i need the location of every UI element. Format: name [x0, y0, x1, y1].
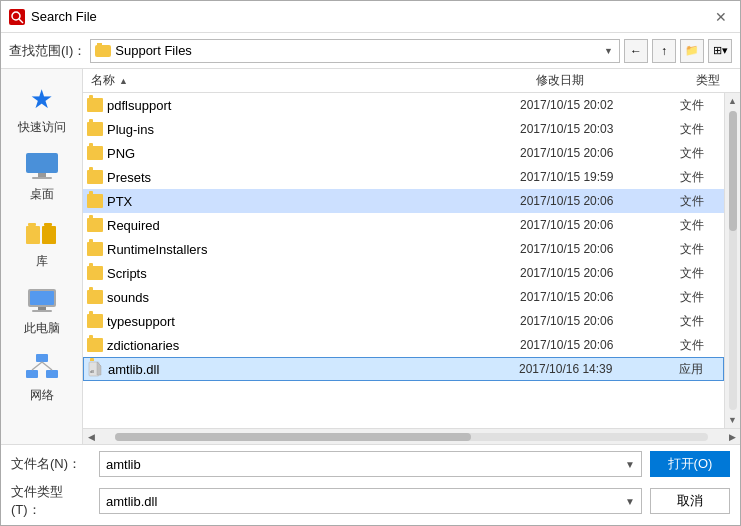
- sidebar-item-desktop[interactable]: 桌面: [7, 144, 77, 207]
- header-type[interactable]: 类型: [696, 72, 736, 89]
- cancel-button[interactable]: 取消: [650, 488, 730, 514]
- scroll-right-button[interactable]: ▶: [724, 429, 740, 445]
- scroll-up-button[interactable]: ▲: [725, 93, 741, 109]
- file-type: 文件: [680, 289, 720, 306]
- file-date: 2017/10/15 20:06: [520, 194, 680, 208]
- view-button[interactable]: ⊞▾: [708, 39, 732, 63]
- path-combo[interactable]: Support Files ▼: [90, 39, 620, 63]
- table-row[interactable]: typesupport2017/10/15 20:06文件: [83, 309, 724, 333]
- h-scroll-track: [115, 433, 708, 441]
- table-row[interactable]: RuntimeInstallers2017/10/15 20:06文件: [83, 237, 724, 261]
- file-name: Presets: [107, 170, 520, 185]
- sidebar-item-desktop-label: 桌面: [30, 186, 54, 203]
- folder-icon: [87, 194, 103, 208]
- scroll-left-button[interactable]: ◀: [83, 429, 99, 445]
- folder-icon: [87, 266, 103, 280]
- table-row[interactable]: Required2017/10/15 20:06文件: [83, 213, 724, 237]
- table-row[interactable]: dll amtlib.dll2017/10/16 14:39应用: [83, 357, 724, 381]
- file-name: Plug-ins: [107, 122, 520, 137]
- h-scroll-thumb: [115, 433, 471, 441]
- file-date: 2017/10/16 14:39: [519, 362, 679, 376]
- file-type: 文件: [680, 145, 720, 162]
- table-row[interactable]: Scripts2017/10/15 20:06文件: [83, 261, 724, 285]
- file-date: 2017/10/15 20:06: [520, 266, 680, 280]
- file-date: 2017/10/15 20:06: [520, 290, 680, 304]
- vertical-scrollbar[interactable]: ▲ ▼: [724, 93, 740, 428]
- svg-rect-6: [26, 226, 40, 244]
- folder-icon: [87, 146, 103, 160]
- new-folder-button[interactable]: 📁: [680, 39, 704, 63]
- file-type: 文件: [680, 169, 720, 186]
- filename-combo[interactable]: amtlib ▼: [99, 451, 642, 477]
- sidebar-item-quickaccess[interactable]: ★ 快速访问: [7, 77, 77, 140]
- new-folder-icon: 📁: [685, 44, 699, 57]
- open-button[interactable]: 打开(O): [650, 451, 730, 477]
- v-scroll-thumb: [729, 111, 737, 231]
- file-name: RuntimeInstallers: [107, 242, 520, 257]
- table-row[interactable]: Plug-ins2017/10/15 20:03文件: [83, 117, 724, 141]
- back-button[interactable]: ←: [624, 39, 648, 63]
- file-type: 文件: [680, 265, 720, 282]
- header-name[interactable]: 名称 ▲: [87, 72, 536, 89]
- file-date: 2017/10/15 20:06: [520, 146, 680, 160]
- file-name: amtlib.dll: [108, 362, 519, 377]
- desktop-icon: [24, 148, 60, 184]
- folder-icon: [87, 314, 103, 328]
- folder-icon: [87, 338, 103, 352]
- folder-icon: [87, 242, 103, 256]
- dialog-title: Search File: [31, 9, 710, 24]
- svg-rect-7: [28, 223, 36, 226]
- filetype-label: 文件类型(T)：: [11, 483, 91, 519]
- table-row[interactable]: zdictionaries2017/10/15 20:06文件: [83, 333, 724, 357]
- v-scroll-track: [729, 111, 737, 410]
- horizontal-scrollbar[interactable]: ◀ ▶: [83, 428, 740, 444]
- table-row[interactable]: sounds2017/10/15 20:06文件: [83, 285, 724, 309]
- close-button[interactable]: ✕: [710, 6, 732, 28]
- file-date: 2017/10/15 20:06: [520, 314, 680, 328]
- computer-icon: [24, 282, 60, 318]
- file-type: 文件: [680, 193, 720, 210]
- svg-line-18: [42, 362, 52, 370]
- file-name: PTX: [107, 194, 520, 209]
- sidebar: ★ 快速访问 桌面: [1, 69, 83, 444]
- file-list-scroll[interactable]: pdflsupport2017/10/15 20:02文件Plug-ins201…: [83, 93, 724, 428]
- path-text: Support Files: [115, 43, 192, 58]
- file-date: 2017/10/15 20:03: [520, 122, 680, 136]
- svg-rect-16: [46, 370, 58, 378]
- file-type: 文件: [680, 313, 720, 330]
- table-row[interactable]: pdflsupport2017/10/15 20:02文件: [83, 93, 724, 117]
- svg-rect-8: [42, 226, 56, 244]
- folder-icon: [87, 98, 103, 112]
- sidebar-item-computer-label: 此电脑: [24, 320, 60, 337]
- svg-line-17: [32, 362, 42, 370]
- path-folder-icon: [95, 45, 111, 57]
- path-combo-inner: Support Files: [95, 43, 602, 58]
- sidebar-item-computer[interactable]: 此电脑: [7, 278, 77, 341]
- file-type: 文件: [680, 97, 720, 114]
- filetype-combo[interactable]: amtlib.dll ▼: [99, 488, 642, 514]
- quickaccess-icon: ★: [24, 81, 60, 117]
- file-list-area: 名称 ▲ 修改日期 类型 pdflsupport2017/10/15 20:02…: [83, 69, 740, 444]
- toolbar: 查找范围(I)： Support Files ▼ ← ↑ 📁 ⊞▾: [1, 33, 740, 69]
- bottom-panel: 文件名(N)： amtlib ▼ 打开(O) 文件类型(T)： amtlib.d…: [1, 444, 740, 525]
- table-row[interactable]: PTX2017/10/15 20:06文件: [83, 189, 724, 213]
- header-date[interactable]: 修改日期: [536, 72, 696, 89]
- file-type: 应用: [679, 361, 719, 378]
- table-row[interactable]: PNG2017/10/15 20:06文件: [83, 141, 724, 165]
- scroll-down-button[interactable]: ▼: [725, 412, 741, 428]
- filetype-combo-arrow-icon: ▼: [625, 496, 635, 507]
- view-icon: ⊞▾: [713, 44, 728, 57]
- title-bar: Search File ✕: [1, 1, 740, 33]
- table-row[interactable]: Presets2017/10/15 19:59文件: [83, 165, 724, 189]
- file-name: PNG: [107, 146, 520, 161]
- library-icon: [24, 215, 60, 251]
- up-button[interactable]: ↑: [652, 39, 676, 63]
- sidebar-item-network[interactable]: 网络: [7, 345, 77, 408]
- file-list-scrollable: pdflsupport2017/10/15 20:02文件Plug-ins201…: [83, 93, 740, 428]
- file-name: pdflsupport: [107, 98, 520, 113]
- sidebar-item-library[interactable]: 库: [7, 211, 77, 274]
- svg-rect-15: [26, 370, 38, 378]
- svg-rect-13: [32, 310, 52, 312]
- file-date: 2017/10/15 20:02: [520, 98, 680, 112]
- filename-row: 文件名(N)： amtlib ▼ 打开(O): [11, 451, 730, 477]
